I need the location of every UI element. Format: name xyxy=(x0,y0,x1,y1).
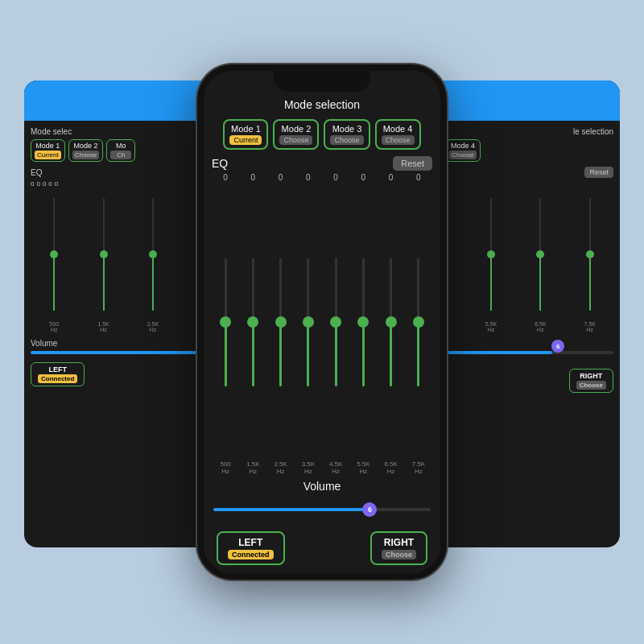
bg-right-device-btn[interactable]: RIGHTChoose xyxy=(569,369,613,393)
bg-right-slider-5[interactable] xyxy=(589,198,591,311)
bottom-btns: LEFT Connected RIGHT Choose xyxy=(204,526,440,573)
mode-btn-1[interactable]: Mode 1 Current xyxy=(223,119,268,150)
bg-right-device-btn-sub: Choose xyxy=(576,381,606,390)
left-device-btn-label: LEFT xyxy=(238,537,262,548)
right-device-btn-label: RIGHT xyxy=(384,537,414,548)
volume-thumb-label: 6 xyxy=(368,506,372,514)
screen-content: Mode selection Mode 1 Current Mode 2 Cho… xyxy=(204,71,440,573)
eq-slider-1[interactable] xyxy=(225,258,227,386)
bg-right-slider-3[interactable] xyxy=(490,198,492,311)
eq-slider-5[interactable] xyxy=(335,258,337,386)
mode-btn-2-label: Mode 2 xyxy=(282,124,312,134)
bg-right-mode4[interactable]: Mode 4Choose xyxy=(445,139,481,162)
volume-section: Volume 6 xyxy=(204,477,440,526)
eq-slider-6[interactable] xyxy=(362,258,365,386)
mode-btn-4-label: Mode 4 xyxy=(383,124,413,134)
eq-slider-7[interactable] xyxy=(390,258,392,386)
freq-labels-row: 500Hz 1.5KHz 2.5KHz 3.5KHz 4.5KHz 5.5KHz… xyxy=(212,459,432,477)
eq-slider-4[interactable] xyxy=(307,258,309,386)
phone: Mode selection Mode 1 Current Mode 2 Cho… xyxy=(197,64,447,580)
phone-notch xyxy=(274,71,370,92)
eq-section: EQ Reset 0 0 0 0 0 0 0 0 xyxy=(204,153,440,477)
volume-title: Volume xyxy=(213,480,431,493)
bg-left-mode2[interactable]: Mode 2Choose xyxy=(68,139,104,162)
volume-thumb[interactable]: 6 xyxy=(362,502,377,517)
mode-btn-3[interactable]: Mode 3 Choose xyxy=(324,119,369,150)
mode-btn-2[interactable]: Mode 2 Choose xyxy=(273,119,319,150)
bg-right-mode4-sub: Choose xyxy=(449,151,477,159)
volume-fill xyxy=(213,508,365,511)
reset-button[interactable]: Reset xyxy=(393,156,432,171)
mode-btn-1-label: Mode 1 xyxy=(231,124,261,134)
bg-right-reset-btn[interactable]: Reset xyxy=(584,167,613,178)
bg-left-mode3-sub: Ch xyxy=(110,151,131,159)
bg-right-slider-4[interactable] xyxy=(539,198,541,311)
mode-section-title: Mode selection xyxy=(204,93,440,116)
left-device-btn-sub: Connected xyxy=(228,550,274,559)
bg-left-mode1[interactable]: Mode 1Current xyxy=(31,139,65,162)
eq-slider-8[interactable] xyxy=(417,258,419,386)
right-device-btn[interactable]: RIGHT Choose xyxy=(370,531,427,565)
eq-title: EQ xyxy=(212,157,228,170)
mode-btn-4-sub: Choose xyxy=(382,135,415,145)
bg-left-mode1-sub: Current xyxy=(35,151,61,159)
right-device-btn-sub: Choose xyxy=(382,550,416,559)
bg-left-slider-2[interactable] xyxy=(103,198,105,311)
bg-left-mode2-sub: Choose xyxy=(72,151,100,159)
bg-left-mode3[interactable]: MoCh xyxy=(106,139,135,162)
mode-btn-3-label: Mode 3 xyxy=(332,124,362,134)
bg-left-slider-3[interactable] xyxy=(152,198,154,311)
phone-screen: Mode selection Mode 1 Current Mode 2 Cho… xyxy=(204,71,440,573)
bg-left-slider-1[interactable] xyxy=(53,198,55,311)
mode-btn-4[interactable]: Mode 4 Choose xyxy=(375,119,421,150)
mode-btn-1-sub: Current xyxy=(229,135,262,145)
mode-row: Mode 1 Current Mode 2 Choose Mode 3 Choo… xyxy=(204,116,440,153)
eq-slider-2[interactable] xyxy=(252,258,254,386)
mode-btn-3-sub: Choose xyxy=(330,135,363,145)
eq-values-row: 0 0 0 0 0 0 0 0 xyxy=(212,173,432,182)
volume-slider-container[interactable]: 6 xyxy=(213,497,431,522)
bg-left-device-btn[interactable]: LEFTConnected xyxy=(31,362,85,386)
eq-header: EQ Reset xyxy=(212,156,432,171)
bg-left-eq-label: EQ xyxy=(31,168,42,177)
scene: Mode selec Mode 1Current Mode 2Choose Mo… xyxy=(8,16,636,628)
eq-slider-3[interactable] xyxy=(279,258,282,386)
left-device-btn[interactable]: LEFT Connected xyxy=(217,531,285,565)
mode-btn-2-sub: Choose xyxy=(279,135,312,145)
bg-left-device-btn-sub: Connected xyxy=(38,374,77,383)
volume-track[interactable] xyxy=(213,508,431,511)
eq-sliders-area xyxy=(212,184,432,459)
